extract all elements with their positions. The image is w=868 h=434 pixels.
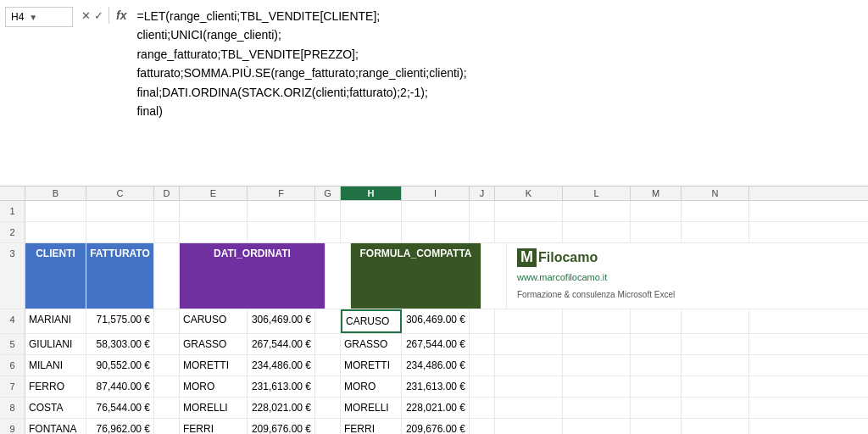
cell-e6[interactable]: MORETTI [180,355,248,376]
cell-i6[interactable]: 234,486.00 € [402,355,470,376]
cell[interactable] [682,201,749,221]
cell-l7[interactable] [563,376,631,397]
cell-g5[interactable] [315,334,341,354]
cell-m6[interactable] [631,355,682,376]
cell-j8[interactable] [470,398,495,418]
cell[interactable] [563,201,631,221]
cell-e5[interactable]: GRASSO [180,334,248,354]
col-header-i[interactable]: J [470,186,495,200]
cell-c4[interactable]: 71,575.00 € [86,309,154,333]
cell-n5[interactable] [682,334,749,354]
cell[interactable] [86,222,154,242]
cell-f7[interactable]: 231,613.00 € [248,376,315,397]
col-header-l[interactable]: M [631,186,682,200]
col-header-b[interactable]: C [86,186,154,200]
cell-d4[interactable] [154,309,180,333]
cell-b9[interactable]: FONTANA [25,419,86,434]
cell-d9[interactable] [154,419,180,434]
cell-m7[interactable] [631,376,682,397]
cell-f6[interactable]: 234,486.00 € [248,355,315,376]
cell-n6[interactable] [682,355,749,376]
cell-k6[interactable] [495,355,563,376]
cell[interactable] [682,222,749,242]
cancel-icon[interactable]: ✕ [81,9,91,22]
cell[interactable] [248,222,315,242]
col-header-m[interactable]: N [682,186,749,200]
cell-h5[interactable]: GRASSO [341,334,402,354]
cell-i7[interactable]: 231,613.00 € [402,376,470,397]
cell-fatturato-header[interactable]: FATTURATO [86,243,154,309]
cell-b6[interactable]: MILANI [25,355,86,376]
cell-l8[interactable] [563,398,631,418]
logo-url[interactable]: www.marcofilocamo.it [517,269,666,286]
cell-clienti-header[interactable]: CLIENTI [25,243,86,309]
cell-g8[interactable] [315,398,341,418]
confirm-icon[interactable]: ✓ [94,9,103,22]
chevron-down-icon[interactable]: ▼ [29,13,37,22]
cell-j4[interactable] [470,309,495,333]
cell[interactable] [495,222,563,242]
fx-icon[interactable]: fx [116,8,126,22]
cell-n7[interactable] [682,376,749,397]
cell[interactable] [180,201,248,221]
cell[interactable] [154,243,180,309]
cell-e8[interactable]: MORELLI [180,398,248,418]
cell-g9[interactable] [315,419,341,434]
cell-i5[interactable]: 267,544.00 € [402,334,470,354]
cell[interactable] [154,201,180,221]
cell-d6[interactable] [154,355,180,376]
cell-h8[interactable]: MORELLI [341,398,402,418]
cell-k4[interactable] [495,309,563,333]
cell[interactable] [326,243,351,309]
cell-l6[interactable] [563,355,631,376]
cell-n8[interactable] [682,398,749,418]
col-header-j[interactable]: K [495,186,563,200]
cell-c5[interactable]: 58,303.00 € [86,334,154,354]
cell-g4[interactable] [315,309,341,333]
cell[interactable] [470,222,495,242]
col-header-g[interactable]: H [341,186,402,200]
cell-n4[interactable] [682,309,749,333]
cell-dati-header[interactable]: DATI_ORDINATI [180,243,326,309]
cell-b7[interactable]: FERRO [25,376,86,397]
cell-f4[interactable]: 306,469.00 € [248,309,315,333]
cell-m8[interactable] [631,398,682,418]
cell-j5[interactable] [470,334,495,354]
cell-c9[interactable]: 76,962.00 € [86,419,154,434]
cell-b5[interactable]: GIULIANI [25,334,86,354]
formula-content[interactable]: =LET(range_clienti;TBL_VENDITE[CLIENTE];… [130,3,868,124]
cell[interactable] [402,201,470,221]
cell[interactable] [402,222,470,242]
cell-b4[interactable]: MARIANI [25,309,86,333]
cell[interactable] [341,201,402,221]
cell-c7[interactable]: 87,440.00 € [86,376,154,397]
cell-h7[interactable]: MORO [341,376,402,397]
cell-f9[interactable]: 209,676.00 € [248,419,315,434]
cell-k5[interactable] [495,334,563,354]
cell-k7[interactable] [495,376,563,397]
cell[interactable] [481,243,507,309]
col-header-h[interactable]: I [402,186,470,200]
cell-k9[interactable] [495,419,563,434]
cell-j7[interactable] [470,376,495,397]
cell[interactable] [25,201,86,221]
cell-m4[interactable] [631,309,682,333]
cell-c8[interactable]: 76,544.00 € [86,398,154,418]
cell-i4[interactable]: 306,469.00 € [402,309,470,333]
cell-e4[interactable]: CARUSO [180,309,248,333]
cell-h9[interactable]: FERRI [341,419,402,434]
cell-b8[interactable]: COSTA [25,398,86,418]
cell-d8[interactable] [154,398,180,418]
col-header-d[interactable]: E [180,186,248,200]
cell-ref-box[interactable]: H4 ▼ [5,7,73,27]
cell[interactable] [341,222,402,242]
cell-k8[interactable] [495,398,563,418]
cell-i8[interactable]: 228,021.00 € [402,398,470,418]
cell-c6[interactable]: 90,552.00 € [86,355,154,376]
cell-j6[interactable] [470,355,495,376]
cell[interactable] [631,222,682,242]
cell-l5[interactable] [563,334,631,354]
cell[interactable] [86,201,154,221]
cell[interactable] [315,222,341,242]
cell-m5[interactable] [631,334,682,354]
